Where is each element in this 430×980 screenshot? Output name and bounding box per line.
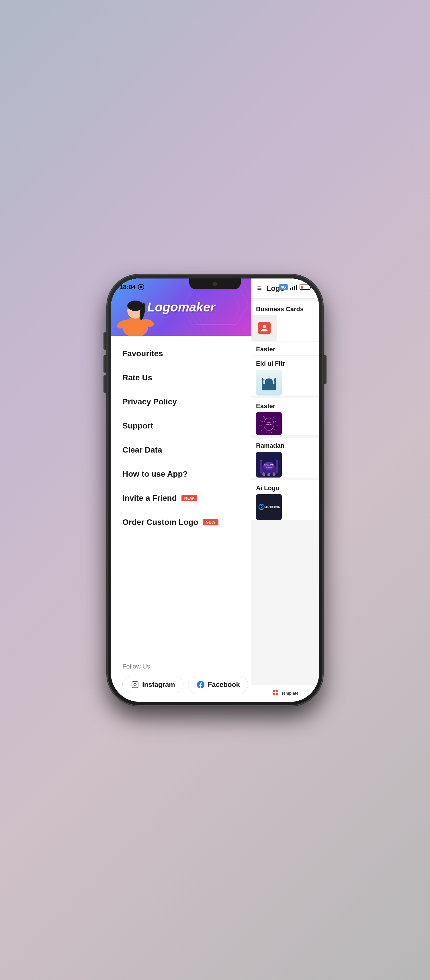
svg-point-39 [263,473,265,476]
svg-point-18 [274,378,276,381]
svg-rect-50 [273,693,275,695]
drawer-menu-list: Favourites Rate Us Privacy Policy Suppor… [111,336,251,654]
svg-rect-37 [276,461,278,473]
social-buttons-row: Instagram Facebook [122,676,240,693]
business-card-icon [258,322,271,334]
svg-point-10 [134,683,136,686]
order-new-badge: NEW [203,519,218,525]
easter-card-preview: Happy Easter [256,412,282,435]
instagram-button[interactable]: Instagram [122,676,184,693]
svg-point-16 [262,378,264,381]
facebook-label: Facebook [208,681,240,689]
svg-point-11 [136,682,137,683]
svg-point-35 [263,462,275,470]
facebook-button[interactable]: Facebook [188,676,248,693]
category-ai-logo[interactable]: Ai Logo ARTIFICIA [251,480,319,520]
menu-item-rate-us[interactable]: Rate Us [111,366,251,390]
svg-line-27 [262,430,263,431]
battery-body [300,285,311,290]
menu-item-order-custom-logo[interactable]: Order Custom Logo NEW [111,510,251,534]
drawer-footer: Follow Us Instagram [111,654,251,702]
category-easter-label[interactable]: Easter [251,342,319,355]
svg-text:Easter: Easter [265,423,273,426]
svg-line-25 [271,431,272,433]
svg-line-29 [260,421,263,422]
main-app-content: ≡ Logo Business Cards [251,278,319,702]
facebook-icon [196,680,205,689]
svg-text:RAMADAN: RAMADAN [264,463,274,466]
status-right-icons: 4G [279,284,311,290]
instagram-icon [131,680,139,689]
bottom-navigation: Template [251,685,319,702]
svg-point-14 [265,378,273,384]
svg-line-30 [263,416,265,418]
app-logo-text: Logomaker [147,300,215,314]
phone-screen: 18:04 4G [111,278,319,702]
category-title-easter: Easter [251,342,319,355]
menu-item-invite-friend[interactable]: Invite a Friend NEW [111,486,251,510]
front-camera [213,282,217,286]
menu-item-support[interactable]: Support [111,414,251,438]
category-eid[interactable]: Eid ul Fitr [251,356,319,396]
category-business-cards[interactable]: Business Cards [251,301,319,341]
network-badge: 4G [279,284,288,290]
drawer-menu: Logomaker Favourites Rate Us Privacy Pol… [111,278,251,702]
svg-text:Happy: Happy [267,421,271,423]
svg-point-43 [273,473,275,476]
menu-item-clear-data[interactable]: Clear Data [111,438,251,462]
category-title-ramadan: Ramadan [251,438,319,452]
svg-point-46 [259,504,264,510]
svg-line-22 [275,421,278,422]
svg-rect-48 [273,690,275,692]
menu-item-how-to-use[interactable]: How to use App? [111,462,251,486]
ai-logo-card-preview: ARTIFICIA [256,494,282,520]
phone-frame: 18:04 4G [108,275,322,705]
svg-text:ARTIFICIA: ARTIFICIA [265,506,280,509]
screen-record-icon [138,284,144,290]
svg-rect-9 [132,681,138,688]
menu-item-favourites[interactable]: Favourites [111,342,251,366]
svg-rect-36 [260,461,262,473]
category-title-easter2: Easter [251,398,319,412]
svg-rect-15 [262,379,263,390]
ramadan-card-preview: RAMADAN KAREEM [256,452,282,477]
categories-list: Business Cards Easter [251,299,319,685]
svg-rect-51 [276,693,278,695]
svg-line-26 [266,431,267,433]
invite-new-badge: NEW [181,495,197,501]
eid-card-preview: EID MUBARAK [256,370,282,396]
svg-text:KAREEM: KAREEM [266,466,272,468]
instagram-label: Instagram [142,681,175,689]
svg-rect-17 [275,379,276,390]
svg-line-21 [273,416,275,418]
svg-point-41 [268,473,270,476]
menu-item-privacy-policy[interactable]: Privacy Policy [111,390,251,414]
battery-indicator [300,285,311,290]
time-display: 18:04 [119,283,136,291]
category-title-business-cards: Business Cards [251,301,319,315]
battery-fill [301,286,303,288]
template-nav-label[interactable]: Template [281,691,298,695]
svg-line-24 [275,430,276,431]
template-nav-icon [272,689,279,697]
category-easter[interactable]: Easter [251,398,319,435]
signal-bars [290,285,297,290]
screen-content: Logomaker Favourites Rate Us Privacy Pol… [111,278,319,702]
status-time: 18:04 [119,283,144,291]
business-card-preview [251,315,277,341]
phone-notch [189,278,241,290]
svg-text:EID MUBARAK: EID MUBARAK [263,390,275,391]
category-title-eid: Eid ul Fitr [251,356,319,370]
follow-us-label: Follow Us [122,663,240,670]
category-ramadan[interactable]: Ramadan [251,438,319,477]
svg-rect-49 [276,690,278,692]
category-title-ai-logo: Ai Logo [251,480,319,494]
